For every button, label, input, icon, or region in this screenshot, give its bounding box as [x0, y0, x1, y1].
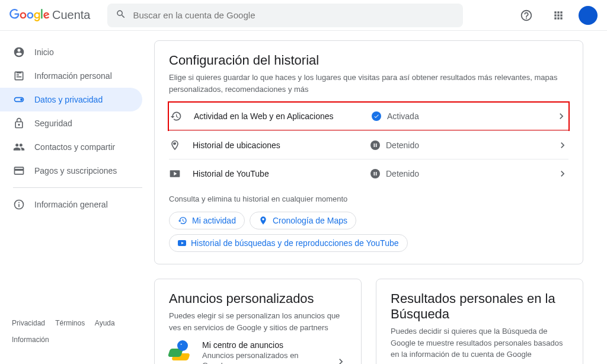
footer-terms-link[interactable]: Términos [55, 319, 85, 327]
person-circle-icon [13, 46, 25, 58]
setting-row-location[interactable]: Historial de ubicaciones Detenido [169, 130, 568, 159]
setting-label: Actividad en la Web y en Aplicaciones [194, 111, 334, 121]
footer-privacy-link[interactable]: Privacidad [12, 319, 45, 327]
sidebar-item-label: Seguridad [34, 119, 72, 128]
lock-icon [13, 117, 25, 129]
footer-help-link[interactable]: Ayuda [95, 319, 115, 327]
ads-center-row[interactable]: Mi centro de anuncios Anuncios personali… [169, 340, 347, 364]
sidebar-item-security[interactable]: Seguridad [0, 111, 142, 135]
id-card-icon [13, 70, 25, 82]
sidebar-item-label: Datos y privacidad [34, 95, 103, 104]
pause-circle-icon [370, 141, 380, 150]
location-icon [169, 139, 181, 151]
setting-row-youtube[interactable]: Historial de YouTube Detenido [169, 159, 568, 187]
apps-icon[interactable] [547, 4, 570, 27]
youtube-icon [178, 240, 186, 246]
chip-label: Mi actividad [192, 216, 236, 225]
sidebar-item-label: Pagos y suscripciones [34, 166, 117, 175]
sidebar-item-sharing[interactable]: Contactos y compartir [0, 135, 142, 159]
results-card: Resultados personales en la Búsqueda Pue… [376, 279, 583, 364]
location-icon [258, 216, 268, 225]
chip-label: Cronología de Maps [273, 216, 347, 225]
ads-center-title: Mi centro de anuncios [202, 340, 325, 350]
setting-label: Historial de ubicaciones [193, 141, 280, 150]
setting-row-web-activity[interactable]: Actividad en la Web y en Aplicaciones Ac… [168, 101, 570, 131]
setting-label: Historial de YouTube [193, 169, 269, 178]
sidebar-item-label: Inicio [34, 47, 54, 57]
check-circle-icon [372, 111, 381, 121]
setting-status: Detenido [386, 141, 419, 150]
ads-title: Anuncios personalizados [169, 291, 347, 306]
sidebar-item-payments[interactable]: Pagos y suscripciones [0, 159, 142, 183]
sidebar-item-privacy[interactable]: Datos y privacidad [0, 88, 142, 111]
history-note: Consulta y elimina tu historial en cualq… [169, 194, 568, 203]
app-name: Cuenta [52, 8, 91, 22]
ads-subtitle: Puedes elegir si se personalizan los anu… [169, 310, 347, 333]
sidebar-item-label: Información general [34, 200, 108, 209]
search-input[interactable] [133, 10, 455, 20]
chevron-right-icon [557, 139, 568, 151]
search-icon [116, 9, 126, 22]
search-input-container[interactable] [107, 4, 463, 27]
chip-my-activity[interactable]: Mi actividad [169, 212, 245, 229]
results-subtitle: Puedes decidir si quieres que la Búsqued… [391, 325, 568, 360]
youtube-icon [169, 168, 181, 180]
info-icon [13, 199, 25, 210]
sidebar-divider [13, 187, 142, 188]
sidebar-item-label: Contactos y compartir [34, 142, 115, 152]
chip-maps-timeline[interactable]: Cronología de Maps [250, 212, 356, 229]
header-icons [515, 4, 598, 27]
sidebar-item-about[interactable]: Información general [0, 193, 142, 216]
history-subtitle: Elige si quieres guardar lo que haces y … [169, 72, 568, 95]
pause-circle-icon [370, 169, 380, 178]
avatar[interactable] [579, 6, 598, 25]
card-icon [13, 165, 25, 177]
setting-status: Activada [387, 111, 419, 121]
toggle-icon [13, 94, 25, 106]
history-icon [170, 110, 182, 122]
ads-center-sub: Anuncios personalizados en Google [202, 351, 325, 364]
people-icon [13, 141, 25, 153]
sidebar: Inicio Información personal Datos y priv… [0, 31, 154, 364]
help-icon[interactable] [515, 4, 538, 27]
history-card: Configuración del historial Elige si qui… [154, 40, 583, 264]
footer-info-link[interactable]: Información [12, 336, 49, 344]
chip-label: Historial de búsquedas y de reproduccion… [191, 238, 399, 248]
chevron-right-icon [335, 356, 347, 364]
results-title: Resultados personales en la Búsqueda [391, 291, 568, 322]
chip-youtube-history[interactable]: Historial de búsquedas y de reproduccion… [169, 234, 408, 252]
sidebar-item-label: Información personal [34, 71, 112, 81]
header: Cuenta [0, 0, 607, 31]
history-icon [178, 216, 187, 225]
chevron-right-icon [557, 168, 568, 180]
setting-status: Detenido [386, 169, 419, 178]
sidebar-item-personal[interactable]: Información personal [0, 64, 142, 88]
ads-center-icon [169, 340, 193, 364]
google-logo[interactable]: Cuenta [9, 8, 91, 22]
history-title: Configuración del historial [169, 53, 568, 68]
sidebar-footer: Privacidad Términos Ayuda Información [0, 319, 154, 364]
sidebar-item-home[interactable]: Inicio [0, 40, 142, 64]
chevron-right-icon [555, 110, 567, 122]
ads-card: Anuncios personalizados Puedes elegir si… [154, 279, 362, 364]
